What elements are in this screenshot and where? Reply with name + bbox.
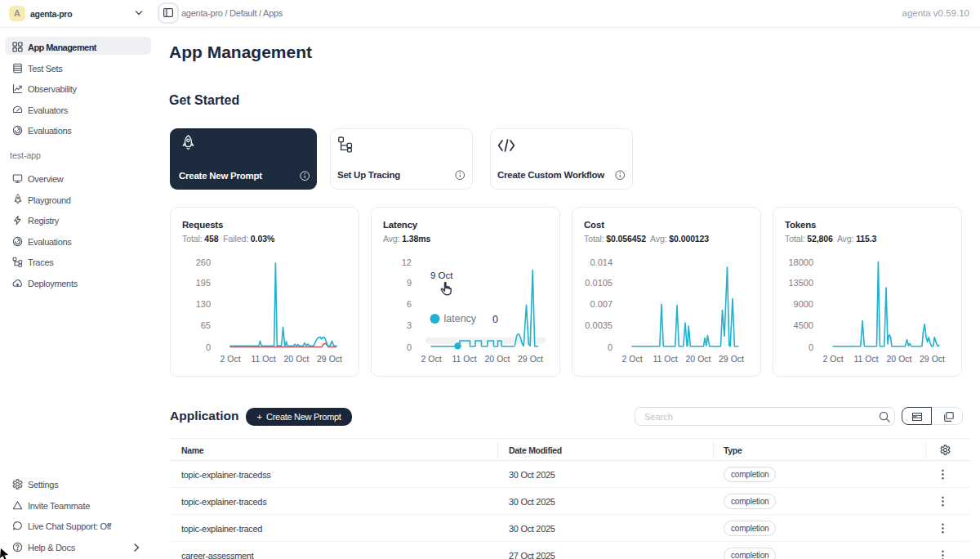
- svg-text:18000: 18000: [788, 257, 813, 267]
- svg-text:latency: latency: [444, 313, 477, 324]
- svg-text:20 Oct: 20 Oct: [284, 354, 310, 364]
- svg-text:4500: 4500: [794, 320, 813, 330]
- svg-text:12: 12: [402, 257, 412, 267]
- svg-text:260: 260: [196, 257, 211, 267]
- svg-text:9000: 9000: [794, 299, 813, 309]
- svg-text:11 Oct: 11 Oct: [853, 354, 878, 364]
- svg-text:29 Oct: 29 Oct: [317, 354, 342, 364]
- svg-text:20 Oct: 20 Oct: [686, 354, 711, 364]
- svg-text:0: 0: [492, 314, 498, 325]
- svg-text:0: 0: [808, 342, 813, 352]
- svg-text:130: 130: [196, 299, 211, 309]
- svg-text:0.0105: 0.0105: [585, 278, 612, 288]
- svg-text:2 Oct: 2 Oct: [421, 354, 441, 364]
- svg-text:6: 6: [407, 299, 412, 309]
- svg-text:29 Oct: 29 Oct: [518, 354, 543, 364]
- svg-text:20 Oct: 20 Oct: [485, 354, 510, 364]
- svg-text:11 Oct: 11 Oct: [653, 354, 677, 364]
- svg-text:9 Oct: 9 Oct: [430, 271, 453, 280]
- svg-text:11 Oct: 11 Oct: [452, 354, 476, 364]
- svg-text:0: 0: [608, 342, 612, 352]
- svg-text:0: 0: [206, 342, 211, 352]
- svg-text:9: 9: [407, 278, 412, 288]
- svg-text:2 Oct: 2 Oct: [822, 354, 843, 364]
- svg-text:29 Oct: 29 Oct: [920, 354, 945, 364]
- svg-text:3: 3: [407, 320, 412, 330]
- svg-text:2 Oct: 2 Oct: [220, 354, 240, 364]
- svg-text:0.007: 0.007: [590, 299, 612, 309]
- svg-text:2 Oct: 2 Oct: [621, 354, 642, 364]
- svg-text:195: 195: [196, 278, 211, 288]
- svg-text:13500: 13500: [788, 278, 813, 288]
- svg-text:0.014: 0.014: [590, 257, 612, 267]
- svg-text:29 Oct: 29 Oct: [719, 354, 744, 364]
- svg-text:65: 65: [201, 320, 211, 330]
- svg-text:11 Oct: 11 Oct: [251, 354, 275, 364]
- svg-text:20 Oct: 20 Oct: [887, 354, 912, 364]
- svg-text:0.0035: 0.0035: [585, 320, 612, 330]
- svg-text:0: 0: [407, 342, 412, 352]
